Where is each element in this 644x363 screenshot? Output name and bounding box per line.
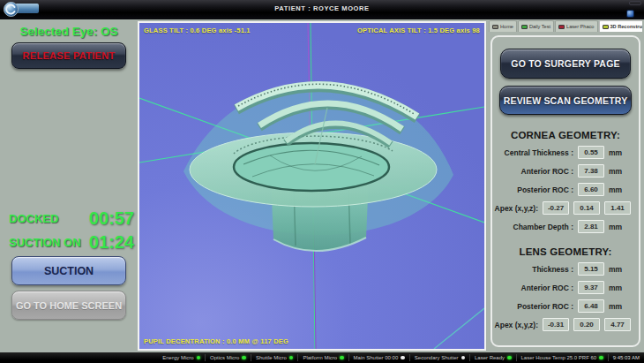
- page-tabs: Home Daily Test Laser Phaco 3D Reconstru…: [489, 20, 642, 32]
- geometry-value-box: 6.60: [578, 183, 604, 196]
- geometry-row: Posterior ROC : 6.48mm: [492, 299, 639, 313]
- status-label: Secondary Shutter: [415, 355, 459, 360]
- status-led-icon: [461, 356, 466, 360]
- geometry-row-label: Central Thickness :: [505, 148, 573, 157]
- docked-label: DOCKED: [9, 212, 58, 225]
- system-status-bar: Energy Micro Optics Micro Shuttle Micro …: [0, 352, 644, 363]
- status-label: Laser Ready: [475, 355, 505, 360]
- geometry-row-unit: mm: [609, 302, 631, 311]
- eye-model-render: [139, 23, 484, 349]
- docked-time: 00:57: [89, 208, 134, 229]
- status-led-icon: [599, 356, 603, 360]
- geometry-row-label: Anterior ROC :: [521, 284, 574, 292]
- geometry-row: Apex (x,y,z): -0.270.141.41: [492, 201, 639, 215]
- docked-timer-row: DOCKED 00:57: [9, 208, 134, 229]
- status-led-icon: [507, 356, 512, 360]
- suction-timer-row: SUCTION ON 01:24: [9, 231, 134, 253]
- status-indicator: Secondary Shutter: [410, 354, 470, 361]
- status-led-icon: [340, 356, 344, 360]
- status-label: Platform Micro: [303, 355, 337, 360]
- geometry-row-unit: mm: [609, 223, 631, 231]
- left-control-panel: Selected Eye: OS RELEASE PATIENT DOCKED …: [0, 19, 138, 352]
- geometry-row: Chamber Depth : 2.81mm: [492, 220, 639, 233]
- cornea-geometry-heading: CORNEA GEOMETRY:: [492, 130, 639, 140]
- right-info-panel: GO TO SURGERY PAGE REVIEW SCAN GEOMETRY …: [490, 35, 640, 347]
- geometry-row-label: Apex (x,y,z):: [495, 321, 538, 329]
- suction-button[interactable]: SUCTION: [11, 256, 126, 285]
- pupil-decentration-readout: PUPIL DECENTRATION : 0.0 MM @ 117 DEG: [144, 337, 288, 345]
- status-indicator: Laser House Temp 25.0 PRF 60: [517, 354, 609, 361]
- window-titlebar: PATIENT : ROYCE MOORE: [0, 0, 644, 19]
- geometry-row-label: Apex (x,y,z):: [495, 204, 538, 213]
- geometry-row-label: Anterior ROC :: [521, 167, 574, 176]
- tab-screen-icon: [603, 25, 609, 29]
- status-indicator: Platform Micro: [298, 354, 348, 361]
- selected-eye-label: Selected Eye: OS: [0, 25, 138, 38]
- status-label: Optics Micro: [210, 355, 239, 360]
- geometry-row-unit: mm: [609, 265, 631, 274]
- geometry-value-box: 6.48: [578, 299, 604, 313]
- geometry-row-label: Chamber Depth :: [513, 223, 573, 231]
- status-led-icon: [242, 356, 246, 360]
- window-control-button[interactable]: [629, 1, 641, 5]
- tab[interactable]: Laser Phaco: [555, 20, 597, 32]
- geometry-row-unit: mm: [609, 284, 631, 292]
- geometry-value-box: 1.41: [604, 201, 631, 215]
- clock-readout: 9:45:03 AM: [613, 355, 640, 360]
- status-indicator: Main Shutter 00:00: [349, 354, 410, 361]
- status-indicator: Energy Micro: [158, 354, 206, 361]
- tab-screen-icon: [521, 25, 528, 29]
- go-to-surgery-button[interactable]: GO TO SURGERY PAGE: [500, 49, 631, 79]
- geometry-row: Apex (x,y,z): -0.310.204.77: [492, 318, 639, 331]
- status-label: Main Shutter 00:00: [354, 355, 399, 360]
- geometry-value-box: 9.37: [578, 281, 604, 294]
- go-home-button[interactable]: GO TO HOME SCREEN: [11, 291, 126, 320]
- release-patient-button[interactable]: RELEASE PATIENT: [11, 42, 126, 69]
- status-label: Laser House Temp 25.0 PRF 60: [521, 355, 597, 360]
- suction-time: 01:24: [89, 232, 134, 253]
- geometry-row-label: Thickness :: [532, 265, 573, 274]
- lens-geometry-heading: LENS GEOMETRY:: [492, 246, 639, 257]
- geometry-value-box: 7.38: [578, 164, 604, 178]
- status-led-icon: [401, 356, 405, 360]
- main-content: Selected Eye: OS RELEASE PATIENT DOCKED …: [0, 19, 644, 352]
- status-led-icon: [197, 356, 201, 360]
- geometry-row-label: Posterior ROC :: [517, 185, 573, 194]
- geometry-row-unit: mm: [609, 148, 631, 157]
- geometry-row: Anterior ROC : 9.37mm: [492, 281, 639, 294]
- status-led-icon: [289, 356, 294, 360]
- geometry-value-box: 0.55: [578, 146, 604, 159]
- geometry-value-box: 5.15: [578, 262, 604, 276]
- system-tray-icon[interactable]: [626, 10, 634, 18]
- geometry-value-box: 2.81: [578, 220, 604, 233]
- tab[interactable]: 3D Reconstruction: [599, 20, 643, 32]
- tab[interactable]: Home: [489, 20, 517, 32]
- geometry-value-box: -0.27: [543, 201, 569, 215]
- status-indicator: Shuttle Micro: [251, 354, 299, 361]
- iris-disc: [190, 132, 437, 207]
- geometry-value-box: 0.20: [573, 318, 600, 331]
- geometry-row-unit: mm: [609, 167, 631, 176]
- status-indicator: Optics Micro: [206, 354, 251, 361]
- optical-axis-tilt-readout: OPTICAL AXIS TILT : 1.5 DEG axis 98: [357, 26, 480, 34]
- lens-geometry-rows: Thickness : 5.15mm Anterior ROC : 9.37mm…: [492, 262, 639, 331]
- suction-on-label: SUCTION ON: [9, 236, 81, 249]
- tab[interactable]: Daily Test: [518, 20, 554, 32]
- geometry-row: Thickness : 5.15mm: [492, 262, 639, 276]
- status-label: Energy Micro: [162, 355, 193, 360]
- status-items: Energy Micro Optics Micro Shuttle Micro …: [158, 354, 608, 361]
- status-indicator: Laser Ready: [470, 354, 517, 361]
- geometry-value-box: -0.31: [543, 318, 569, 331]
- review-scan-geometry-button[interactable]: REVIEW SCAN GEOMETRY: [499, 86, 632, 115]
- geometry-row-unit: mm: [609, 185, 631, 194]
- geometry-row: Posterior ROC : 6.60mm: [492, 183, 639, 196]
- geometry-value-box: 0.14: [573, 201, 600, 215]
- geometry-row: Central Thickness : 0.55mm: [492, 146, 639, 159]
- geometry-row: Anterior ROC : 7.38mm: [492, 164, 639, 178]
- geometry-row-label: Posterior ROC :: [517, 302, 573, 311]
- tab-screen-icon: [558, 25, 565, 29]
- tab-screen-icon: [492, 25, 498, 29]
- 3d-reconstruction-viewport[interactable]: GLASS TILT : 0.6 DEG axis -51.1 OPTICAL …: [138, 21, 486, 351]
- glass-tilt-readout: GLASS TILT : 0.6 DEG axis -51.1: [144, 26, 251, 34]
- patient-title: PATIENT : ROYCE MOORE: [0, 4, 644, 12]
